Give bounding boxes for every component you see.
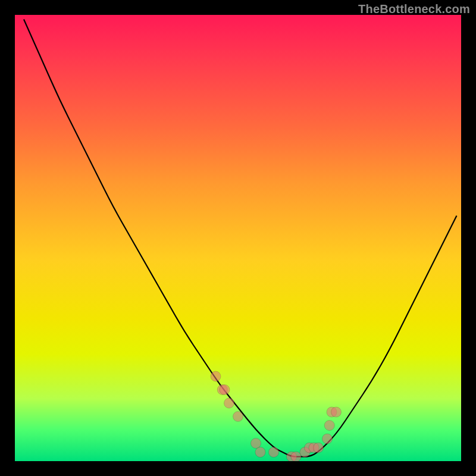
highlight-dot (291, 452, 301, 461)
stage: TheBottleneck.com (0, 0, 476, 476)
highlight-dot (211, 371, 221, 381)
highlight-dot (233, 412, 243, 422)
watermark-text: TheBottleneck.com (358, 2, 470, 16)
chart-overlay (15, 15, 461, 461)
highlight-dot (255, 447, 265, 458)
highlight-dot (324, 421, 334, 431)
highlight-dot (314, 443, 324, 453)
highlight-dot (220, 385, 230, 395)
highlight-dot (224, 398, 234, 408)
highlight-dot (251, 439, 261, 449)
bottleneck-curve (24, 20, 457, 457)
highlight-dot (331, 407, 342, 417)
plot-area (15, 15, 461, 461)
highlight-dot (322, 434, 333, 444)
highlight-dot (269, 447, 279, 458)
